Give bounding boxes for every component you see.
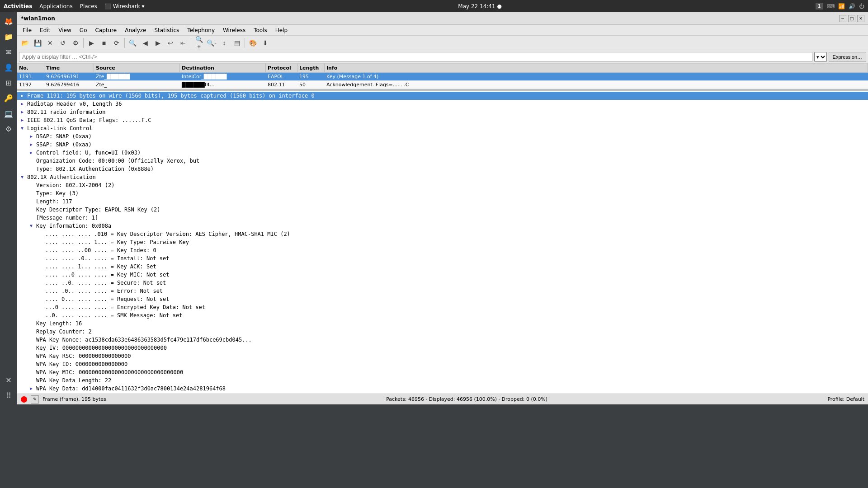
packet-row[interactable]: 11919.626496191Zte_██████IntelCor_██████…: [17, 73, 868, 81]
menu-item-file[interactable]: File: [19, 26, 35, 34]
menu-item-edit[interactable]: Edit: [36, 26, 54, 34]
expand-arrow-icon[interactable]: [39, 312, 45, 319]
colorize-button[interactable]: 🎨: [247, 37, 259, 49]
menu-item-go[interactable]: Go: [76, 26, 91, 34]
reload-button[interactable]: ↺: [57, 37, 69, 49]
detail-line[interactable]: .... 0... .... .... = Request: Not set: [17, 295, 868, 303]
detail-line[interactable]: .... .... .0.. .... = Install: Not set: [17, 254, 868, 263]
header-source[interactable]: Source: [94, 64, 180, 72]
detail-line[interactable]: ▼ 802.1X Authentication: [17, 173, 868, 181]
sidebar-icon-x[interactable]: ✕: [1, 373, 16, 387]
forward-button[interactable]: ▶: [152, 37, 164, 49]
expand-arrow-icon[interactable]: [30, 328, 36, 335]
sidebar-icon-grid[interactable]: ⠿: [1, 388, 16, 403]
menu-item-view[interactable]: View: [55, 26, 75, 34]
detail-line[interactable]: Length: 117: [17, 197, 868, 206]
expand-arrow-icon[interactable]: ▼: [21, 125, 27, 132]
detail-line[interactable]: Type: Key (3): [17, 189, 868, 197]
detail-line[interactable]: Key IV: 00000000000000000000000000000000: [17, 344, 868, 352]
menu-item-tools[interactable]: Tools: [250, 26, 271, 34]
header-protocol[interactable]: Protocol: [266, 64, 297, 72]
detail-line[interactable]: ▶ 802.11 radio information: [17, 108, 868, 116]
detail-line[interactable]: .... .... .... .010 = Key Descriptor Ver…: [17, 230, 868, 238]
expand-arrow-icon[interactable]: ▼: [30, 222, 36, 230]
header-destination[interactable]: Destination: [180, 64, 266, 72]
expand-arrow-icon[interactable]: ▶: [30, 133, 36, 140]
filter-dropdown[interactable]: ▾: [814, 52, 827, 62]
expand-arrow-icon[interactable]: [30, 165, 36, 173]
detail-line[interactable]: ▶ Radiotap Header v0, Length 36: [17, 100, 868, 108]
close-button[interactable]: ✕: [857, 15, 864, 22]
expand-arrow-icon[interactable]: [30, 320, 36, 327]
expand-arrow-icon[interactable]: [30, 336, 36, 343]
places-menu[interactable]: Places: [80, 3, 97, 9]
detail-line[interactable]: Key Descriptor Type: EAPOL RSN Key (2): [17, 206, 868, 214]
wireshark-menu[interactable]: ⬛ Wireshark ▾: [104, 3, 145, 9]
expand-arrow-icon[interactable]: ▶: [30, 149, 36, 156]
detail-line[interactable]: ▶ DSAP: SNAP (0xaa): [17, 132, 868, 141]
power-icon[interactable]: ⏻: [859, 3, 864, 9]
sidebar-icon-contacts[interactable]: 👤: [1, 60, 16, 75]
start-capture-button[interactable]: ▶: [85, 37, 97, 49]
expand-arrow-icon[interactable]: [30, 214, 36, 221]
sidebar-icon-files[interactable]: 📁: [1, 29, 16, 44]
expand-arrow-icon[interactable]: ▶: [21, 108, 27, 116]
header-length[interactable]: Length: [297, 64, 325, 72]
detail-line[interactable]: ▶ IEEE 802.11 QoS Data; Flags: ......F.C: [17, 116, 868, 124]
resize-columns-button[interactable]: ▤: [231, 37, 243, 49]
menu-item-statistics[interactable]: Statistics: [151, 26, 183, 34]
close-capture-button[interactable]: ✕: [44, 37, 56, 49]
detail-line[interactable]: .... .... 1... .... = Key ACK: Set: [17, 263, 868, 271]
sidebar-icon-mail[interactable]: ✉: [1, 45, 16, 59]
minimize-button[interactable]: ─: [839, 15, 846, 22]
capture-options-button[interactable]: ⚙: [70, 37, 81, 49]
maximize-button[interactable]: □: [848, 15, 855, 22]
expand-arrow-icon[interactable]: [30, 190, 36, 197]
sidebar-icon-apps[interactable]: ⊞: [1, 75, 16, 90]
save-button[interactable]: 💾: [32, 37, 43, 49]
detail-line[interactable]: Organization Code: 00:00:00 (Officially …: [17, 157, 868, 165]
menu-item-capture[interactable]: Capture: [91, 26, 120, 34]
capture-options-status-btn[interactable]: ✎: [31, 395, 39, 404]
detail-line[interactable]: ▶ Frame 1191: 195 bytes on wire (1560 bi…: [17, 92, 868, 100]
header-time[interactable]: Time: [44, 64, 94, 72]
expand-arrow-icon[interactable]: [39, 304, 45, 311]
stop-capture-button[interactable]: ■: [98, 37, 110, 49]
expand-arrow-icon[interactable]: [39, 279, 45, 286]
display-filter-input[interactable]: [19, 52, 812, 62]
zoom-in-button[interactable]: 🔍+: [193, 37, 205, 49]
detail-line[interactable]: .... .... ..00 .... = Key Index: 0: [17, 246, 868, 254]
activities-label[interactable]: Activities: [4, 3, 32, 9]
zoom-reset-button[interactable]: ↕: [218, 37, 230, 49]
detail-line[interactable]: WPA Key RSC: 0000000000000000: [17, 352, 868, 360]
sidebar-icon-security[interactable]: 🔑: [1, 91, 16, 105]
zoom-out-button[interactable]: 🔍-: [206, 37, 217, 49]
expand-arrow-icon[interactable]: ▶: [30, 385, 36, 392]
detail-line[interactable]: Type: 802.1X Authentication (0x888e): [17, 165, 868, 173]
expand-arrow-icon[interactable]: [39, 230, 45, 238]
detail-line[interactable]: WPA Key Data Length: 22: [17, 376, 868, 385]
go-to-button[interactable]: ↩: [165, 37, 176, 49]
expression-button[interactable]: Expression…: [829, 52, 866, 62]
applications-menu[interactable]: Applications: [39, 3, 72, 9]
prev-button[interactable]: ⇤: [177, 37, 189, 49]
detail-line[interactable]: WPA Key MIC: 000000000000000000000000000…: [17, 368, 868, 376]
expand-arrow-icon[interactable]: [39, 263, 45, 270]
packet-row[interactable]: 11929.626799416Zte_██████f4…802.1150Ackn…: [17, 81, 868, 89]
detail-line[interactable]: WPA Key Nonce: ac1538cda633e6486363583d5…: [17, 336, 868, 344]
expand-arrow-icon[interactable]: [30, 377, 36, 384]
menu-item-wireless[interactable]: Wireless: [219, 26, 249, 34]
expand-arrow-icon[interactable]: [30, 157, 36, 164]
detail-line[interactable]: [Message number: 1]: [17, 214, 868, 222]
expand-arrow-icon[interactable]: [30, 198, 36, 205]
detail-line[interactable]: Replay Counter: 2: [17, 328, 868, 336]
detail-line[interactable]: ▶ SSAP: SNAP (0xaa): [17, 141, 868, 149]
expand-arrow-icon[interactable]: [39, 247, 45, 254]
detail-line[interactable]: ▶ WPA Key Data: dd14000fac0411632f3d0ac7…: [17, 385, 868, 393]
expand-arrow-icon[interactable]: [39, 255, 45, 262]
expand-arrow-icon[interactable]: [39, 239, 45, 246]
header-no[interactable]: No.: [17, 64, 44, 72]
detail-line[interactable]: Key Length: 16: [17, 319, 868, 328]
expand-arrow-icon[interactable]: [30, 206, 36, 213]
expand-arrow-icon[interactable]: [30, 182, 36, 189]
